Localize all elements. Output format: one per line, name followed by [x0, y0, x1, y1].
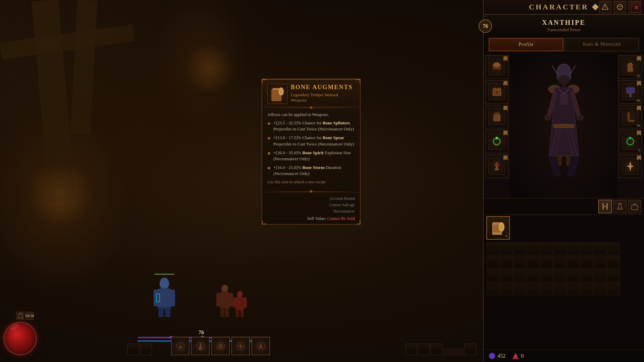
affix-2: ◆ +[13.0 - 17.5]% Chance for Bone Spear …	[267, 135, 355, 147]
inv-cell[interactable]	[540, 269, 553, 282]
svg-rect-11	[220, 308, 224, 317]
amulet-slot[interactable]	[485, 155, 508, 178]
utility-slot-r2[interactable]	[418, 344, 430, 355]
inv-cell[interactable]	[580, 256, 593, 268]
inv-cell[interactable]	[594, 269, 606, 282]
affix-bullet: ◆	[267, 165, 271, 177]
skill-button-5[interactable]	[252, 337, 270, 355]
offhand-slot[interactable]: 12	[619, 55, 642, 79]
inv-cell[interactable]	[567, 269, 580, 282]
inv-cell[interactable]	[486, 269, 499, 282]
inv-cell[interactable]	[527, 242, 539, 255]
inv-cell[interactable]	[594, 256, 606, 268]
chest-slot[interactable]	[485, 80, 508, 104]
skill-button-2[interactable]	[191, 337, 210, 355]
skill-button-3[interactable]	[211, 337, 230, 355]
title-diamond-icon	[592, 4, 599, 10]
inventory-grid	[486, 242, 641, 295]
salvage-label: Cannot Salvage	[267, 202, 355, 208]
inv-cell[interactable]	[500, 283, 513, 295]
gold-currency: 452	[489, 353, 505, 359]
class-icon-btn[interactable]	[599, 1, 611, 13]
inv-cell[interactable]	[553, 269, 566, 282]
inv-cell[interactable]	[513, 242, 526, 255]
inv-cell[interactable]	[580, 283, 593, 295]
slot-bookmark	[637, 156, 641, 160]
svg-rect-1	[158, 289, 171, 309]
utility-slot-r4[interactable]	[465, 344, 476, 355]
featured-item-slot[interactable]: ↖	[486, 216, 510, 240]
inv-cell[interactable]	[567, 242, 580, 255]
inv-cell[interactable]	[553, 242, 566, 255]
flask-button[interactable]	[613, 200, 627, 213]
utility-slot-r1[interactable]	[405, 344, 417, 355]
inv-cell[interactable]	[607, 283, 620, 295]
svg-rect-16	[244, 298, 247, 308]
inv-cell[interactable]	[594, 242, 606, 255]
inv-cell[interactable]	[594, 283, 606, 295]
gloves-slot[interactable]	[485, 105, 508, 128]
inv-cell[interactable]	[607, 256, 620, 268]
svg-rect-60	[632, 205, 638, 210]
inv-cell[interactable]	[580, 269, 593, 282]
svg-point-58	[630, 137, 631, 139]
weapon-slot[interactable]	[619, 155, 642, 178]
tools-button[interactable]	[598, 200, 612, 213]
inv-cell[interactable]	[500, 242, 513, 255]
essence-amount: 0	[521, 353, 524, 359]
inv-cell[interactable]	[607, 242, 620, 255]
inv-cell[interactable]	[513, 256, 526, 268]
svg-rect-40	[493, 114, 495, 116]
inventory-top-row: ↖	[484, 215, 644, 241]
inv-cell[interactable]	[580, 242, 593, 255]
profile-button[interactable]: Profile	[489, 38, 564, 51]
close-button[interactable]: ✕	[631, 3, 641, 13]
inv-cell[interactable]	[527, 256, 539, 268]
inv-cell[interactable]	[540, 256, 553, 268]
ring2-slot[interactable]: 9	[619, 130, 642, 153]
inv-cell[interactable]	[500, 269, 513, 282]
inv-cell[interactable]	[486, 256, 499, 268]
inv-cell[interactable]	[500, 256, 513, 268]
enemy-character-2	[231, 290, 248, 318]
slot-number: 09	[637, 99, 640, 103]
potion-slot[interactable]	[16, 312, 24, 320]
svg-point-25	[279, 89, 283, 94]
stats-materials-button[interactable]: Stats & Materials	[565, 38, 639, 51]
currency-bar: 452 0	[484, 350, 644, 362]
character-level-badge: 76	[479, 19, 492, 33]
inv-cell[interactable]	[553, 256, 566, 268]
utility-slot[interactable]	[140, 344, 152, 355]
svg-rect-4	[158, 307, 164, 317]
inv-cell[interactable]	[540, 242, 553, 255]
utility-slot[interactable]	[127, 344, 139, 355]
bag-button[interactable]	[628, 200, 641, 213]
skill-button-1[interactable]	[171, 337, 190, 355]
boots-slot[interactable]: 36	[619, 105, 642, 128]
affix-bullet: ◆	[267, 150, 271, 162]
helmet-slot[interactable]	[485, 55, 508, 79]
svg-rect-10	[229, 293, 233, 306]
ring1-slot[interactable]	[485, 130, 508, 153]
inv-cell[interactable]	[607, 269, 620, 282]
inv-cell[interactable]	[553, 283, 566, 295]
beam-decoration	[0, 24, 135, 59]
candle-light	[184, 44, 235, 94]
utility-slot-r3[interactable]	[431, 344, 442, 355]
pants-slot[interactable]: 09	[619, 80, 642, 104]
inv-cell[interactable]	[513, 269, 526, 282]
skill-button-4[interactable]	[231, 337, 250, 355]
inv-cell[interactable]	[527, 283, 539, 295]
inv-cell[interactable]	[513, 283, 526, 295]
inv-cell[interactable]	[540, 283, 553, 295]
inv-cell[interactable]	[527, 269, 539, 282]
affix-text: +[26.0 - 35.0]% Bone Spirit Explosion Si…	[273, 150, 355, 162]
inv-cell[interactable]	[486, 283, 499, 295]
svg-rect-3	[170, 290, 175, 306]
svg-rect-5	[165, 307, 170, 317]
inv-cell[interactable]	[486, 242, 499, 255]
inv-cell[interactable]	[567, 283, 580, 295]
face-icon-btn[interactable]	[614, 1, 626, 13]
svg-point-30	[621, 6, 622, 7]
inv-cell[interactable]	[567, 256, 580, 268]
